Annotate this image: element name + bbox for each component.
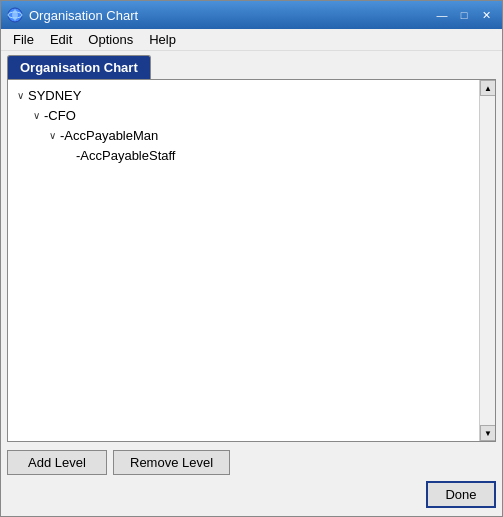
menu-file[interactable]: File: [5, 30, 42, 49]
tree-node-accpayableman-content[interactable]: ∨ -AccPayableMan: [44, 126, 475, 146]
scrollbar-down-button[interactable]: ▼: [480, 425, 496, 441]
level-button-row: Add Level Remove Level: [7, 450, 496, 475]
window-title: Organisation Chart: [29, 8, 432, 23]
tree-children-cfo: ∨ -AccPayableMan -AccPayableStaff: [28, 126, 475, 166]
scrollbar-track: ▲ ▼: [479, 80, 495, 441]
expand-icon-accpayableman: ∨: [44, 128, 60, 144]
tab-organisation-chart[interactable]: Organisation Chart: [7, 55, 151, 79]
title-bar: Organisation Chart — □ ✕: [1, 1, 502, 29]
tree-children-accpayableman: -AccPayableStaff: [44, 146, 475, 166]
close-button[interactable]: ✕: [476, 6, 496, 24]
tree-node-accpayablestaff-content[interactable]: -AccPayableStaff: [60, 146, 475, 166]
remove-level-button[interactable]: Remove Level: [113, 450, 230, 475]
node-label-accpayablestaff: -AccPayableStaff: [76, 146, 175, 166]
add-level-button[interactable]: Add Level: [7, 450, 107, 475]
tree-node-sydney: ∨ SYDNEY ∨ -CFO ∨: [12, 86, 475, 166]
tree-node-accpayablestaff: -AccPayableStaff: [60, 146, 475, 166]
scrollbar-thumb-area: [480, 96, 495, 425]
tree-node-sydney-content[interactable]: ∨ SYDNEY: [12, 86, 475, 106]
menu-help[interactable]: Help: [141, 30, 184, 49]
node-label-cfo: -CFO: [44, 106, 76, 126]
expand-icon-accpayablestaff: [60, 148, 76, 164]
node-label-accpayableman: -AccPayableMan: [60, 126, 158, 146]
node-label-sydney: SYDNEY: [28, 86, 81, 106]
tree-node-accpayableman: ∨ -AccPayableMan -AccPayableStaff: [44, 126, 475, 166]
main-window: Organisation Chart — □ ✕ File Edit Optio…: [0, 0, 503, 517]
tree-node-cfo-content[interactable]: ∨ -CFO: [28, 106, 475, 126]
scrollbar-up-button[interactable]: ▲: [480, 80, 496, 96]
maximize-button[interactable]: □: [454, 6, 474, 24]
app-icon: [7, 7, 23, 23]
content-area: ∨ SYDNEY ∨ -CFO ∨: [7, 79, 496, 442]
menu-edit[interactable]: Edit: [42, 30, 80, 49]
tab-bar: Organisation Chart: [1, 51, 502, 79]
menu-options[interactable]: Options: [80, 30, 141, 49]
expand-icon-sydney: ∨: [12, 88, 28, 104]
minimize-button[interactable]: —: [432, 6, 452, 24]
done-row: Done: [7, 481, 496, 508]
tree-panel: ∨ SYDNEY ∨ -CFO ∨: [8, 80, 479, 441]
bottom-area: Add Level Remove Level Done: [1, 442, 502, 516]
tree-node-cfo: ∨ -CFO ∨ -AccPayableMan: [28, 106, 475, 166]
expand-icon-cfo: ∨: [28, 108, 44, 124]
done-button[interactable]: Done: [426, 481, 496, 508]
menu-bar: File Edit Options Help: [1, 29, 502, 51]
window-controls: — □ ✕: [432, 6, 496, 24]
tree-children-sydney: ∨ -CFO ∨ -AccPayableMan: [12, 106, 475, 166]
